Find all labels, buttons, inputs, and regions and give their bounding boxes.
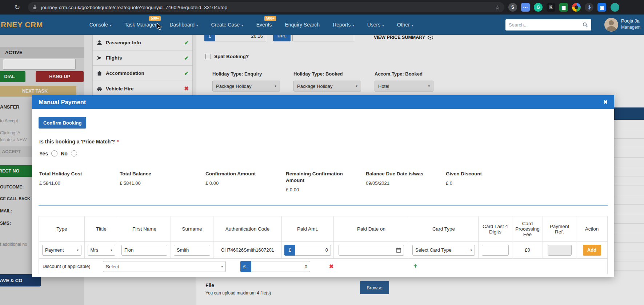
modal-header: Manual Payment ✖ bbox=[32, 95, 614, 109]
col-paid-amt: Paid Amt. bbox=[282, 216, 334, 242]
top-navbar: RNEY CRM Console▾ Task Manager 500+ Dash… bbox=[0, 15, 644, 35]
summary-balance-due-date: Balance Due Date is/was 09/05/2021 bbox=[366, 171, 435, 186]
chevron-down-icon: ▾ bbox=[196, 24, 198, 27]
card-last4-input[interactable] bbox=[482, 245, 509, 256]
user-role: Managem bbox=[621, 25, 644, 30]
chevron-down-icon: ▾ bbox=[468, 248, 472, 252]
user-name: Pooja Ja bbox=[621, 18, 644, 24]
processing-fee-value: £0 bbox=[525, 247, 530, 253]
paid-date-field bbox=[339, 245, 404, 256]
payment-table: Type Tittle First Name Surname Authentic… bbox=[39, 216, 608, 274]
paid-amount-group: £ bbox=[284, 245, 331, 256]
paid-amount-input[interactable] bbox=[295, 245, 331, 256]
discount-currency-prefix: £ - bbox=[240, 261, 251, 272]
add-payment-button[interactable]: Add bbox=[583, 245, 601, 256]
payment-table-row: Payment▾ Mrs▾ OH746026Smith1607201 bbox=[39, 242, 608, 259]
nav-item-create-case[interactable]: Create Case▾ bbox=[211, 22, 243, 28]
price-match-no-radio[interactable] bbox=[71, 150, 77, 156]
chevron-down-icon: ▾ bbox=[108, 248, 112, 252]
extension-more-icon[interactable]: ⋯ bbox=[521, 3, 530, 12]
chevron-down-icon: ▾ bbox=[382, 24, 384, 27]
first-name-input[interactable] bbox=[121, 245, 167, 256]
radio-yes-label: Yes bbox=[39, 151, 48, 156]
grammarly-icon[interactable]: G bbox=[534, 3, 543, 12]
kami-icon[interactable]: K bbox=[547, 3, 555, 12]
url-text: journey-crm.co.uk/go2bookquote/createquo… bbox=[41, 5, 492, 10]
screen: ↻ journey-crm.co.uk/go2bookquote/createq… bbox=[0, 0, 644, 305]
chevron-down-icon: ▾ bbox=[110, 24, 112, 27]
search-input[interactable] bbox=[509, 22, 583, 28]
microphone-icon[interactable] bbox=[585, 3, 593, 12]
task-manager-badge: 500+ bbox=[149, 16, 161, 21]
col-card-processing-fee: Card Processing Fee bbox=[512, 216, 543, 242]
nav-item-users[interactable]: Users▾ bbox=[367, 22, 384, 28]
brand-logo[interactable]: RNEY CRM bbox=[1, 20, 43, 29]
global-search bbox=[505, 19, 591, 30]
nav-item-dashboard[interactable]: Dashboard▾ bbox=[169, 22, 198, 28]
nav-item-enquiry-search[interactable]: Enquiry Search bbox=[285, 22, 320, 28]
browser-bar: ↻ journey-crm.co.uk/go2bookquote/createq… bbox=[0, 0, 644, 15]
mouse-cursor bbox=[156, 23, 163, 30]
authentication-code-value: OH746026Smith1607201 bbox=[221, 247, 274, 253]
summary-total-balance: Total Balance £ 5841.00 bbox=[120, 171, 183, 186]
manual-payment-modal: Manual Payment ✖ Confirm Booking Is this… bbox=[32, 95, 614, 277]
surname-input[interactable] bbox=[174, 245, 210, 256]
chevron-down-icon: ▾ bbox=[241, 24, 243, 27]
nav-item-reports[interactable]: Reports▾ bbox=[333, 22, 354, 28]
chevron-down-icon: ▾ bbox=[219, 265, 223, 268]
nav-menu: Console▾ Task Manager 500+ Dashboard▾ Cr… bbox=[89, 22, 413, 28]
summary-given-discount: Given Discount £ 0 bbox=[446, 171, 500, 186]
bookmark-star-icon[interactable]: ☆ bbox=[495, 4, 500, 11]
discount-label: Discount (if applicable) bbox=[43, 264, 91, 269]
google-extension-icon[interactable] bbox=[572, 3, 581, 12]
payment-table-header-row: Type Tittle First Name Surname Authentic… bbox=[39, 216, 608, 242]
col-card-last-4: Card Last 4 Digits bbox=[479, 216, 512, 242]
site-info-lock-icon[interactable] bbox=[32, 5, 37, 10]
required-asterisk: * bbox=[117, 139, 119, 145]
events-badge: 500+ bbox=[264, 16, 276, 21]
col-authentication-code: Authentication Code bbox=[213, 216, 282, 242]
chevron-down-icon: ▾ bbox=[352, 24, 354, 27]
col-type: Type bbox=[39, 216, 85, 242]
card-type-select[interactable]: Select Card Type▾ bbox=[412, 245, 475, 256]
remove-discount-icon[interactable]: ✖ bbox=[329, 263, 334, 270]
col-action: Action bbox=[576, 216, 608, 242]
col-surname: Surname bbox=[171, 216, 213, 242]
title-select[interactable]: Mrs▾ bbox=[88, 245, 115, 256]
col-paid-date-on: Paid Date on bbox=[334, 216, 409, 242]
nav-item-task-manager[interactable]: Task Manager 500+ bbox=[125, 22, 157, 28]
col-card-type: Card Type bbox=[409, 216, 479, 242]
profile-extension-icon[interactable] bbox=[611, 3, 619, 12]
radio-no-label: No bbox=[61, 151, 68, 156]
nav-item-console[interactable]: Console▾ bbox=[89, 22, 112, 28]
sheets-extension-icon[interactable]: ▦ bbox=[559, 3, 568, 12]
nav-item-events[interactable]: Events 500+ bbox=[256, 22, 272, 28]
nav-item-other[interactable]: Other▾ bbox=[397, 22, 413, 28]
summary-confirmation-amount: Confirmation Amount £ 0.00 bbox=[205, 171, 275, 186]
paid-date-input[interactable] bbox=[339, 245, 404, 256]
apps-extension-icon[interactable]: ▣ bbox=[597, 3, 606, 12]
col-payment-ref: Payment Ref. bbox=[543, 216, 576, 242]
payment-ref-input[interactable] bbox=[548, 245, 572, 256]
col-first-name: First Name bbox=[118, 216, 171, 242]
summary-remaining-confirmation-amount: Remaining Confirmation Amount £ 0.00 bbox=[286, 171, 347, 192]
chevron-down-icon: ▾ bbox=[412, 24, 413, 27]
address-bar[interactable]: journey-crm.co.uk/go2bookquote/createquo… bbox=[28, 2, 504, 12]
add-row-icon[interactable]: + bbox=[413, 262, 417, 270]
close-icon[interactable]: ✖ bbox=[603, 99, 608, 105]
calendar-icon[interactable] bbox=[396, 248, 401, 253]
discount-select[interactable]: Select▾ bbox=[103, 261, 226, 272]
price-match-yes-radio[interactable] bbox=[51, 150, 57, 156]
user-meta[interactable]: Pooja Ja Managem bbox=[621, 18, 644, 30]
search-icon[interactable] bbox=[583, 22, 588, 28]
col-tittle: Tittle bbox=[85, 216, 118, 242]
type-select[interactable]: Payment▾ bbox=[42, 245, 81, 256]
discount-amount-input[interactable] bbox=[251, 261, 310, 272]
confirm-booking-button[interactable]: Confirm Booking bbox=[39, 117, 86, 129]
price-match-question: Is this booking a 'Price Match'?* bbox=[39, 139, 119, 145]
user-avatar[interactable] bbox=[604, 18, 618, 32]
reload-icon[interactable]: ↻ bbox=[15, 3, 20, 11]
discount-row: Discount (if applicable) Select▾ £ - ✖ + bbox=[39, 259, 607, 274]
chevron-down-icon: ▾ bbox=[75, 248, 79, 252]
extension-s-icon[interactable]: S bbox=[508, 3, 517, 12]
